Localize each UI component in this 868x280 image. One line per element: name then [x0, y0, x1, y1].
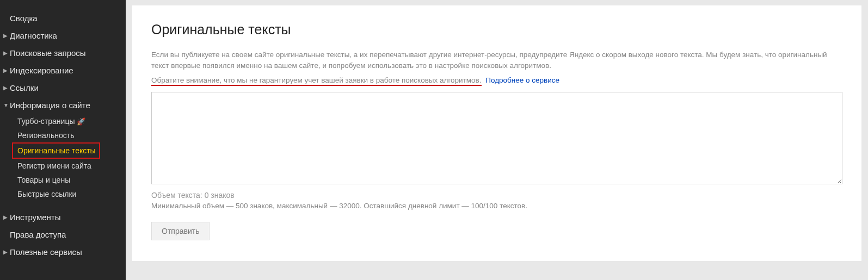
sidebar-sub-original-texts[interactable]: Оригинальные тексты: [12, 142, 100, 159]
notice-link[interactable]: Подробнее о сервисе: [485, 76, 559, 84]
main-area: Оригинальные тексты Если вы публикуете н…: [126, 0, 868, 280]
sidebar-item-summary[interactable]: ▶ Сводка: [0, 10, 126, 27]
sidebar-sub-label: Оригинальные тексты: [17, 146, 96, 155]
sidebar-item-label: Диагностика: [10, 31, 57, 41]
chevron-right-icon: ▶: [3, 67, 9, 74]
sidebar-item-access-rights[interactable]: ▶ Права доступа: [0, 226, 126, 244]
sidebar-sub-label: Региональность: [17, 131, 74, 140]
text-limits: Минимальный объем — 500 знаков, максимал…: [151, 202, 842, 210]
notice-row: Обратите внимание, что мы не гарантируем…: [151, 76, 842, 84]
submit-button[interactable]: Отправить: [151, 222, 210, 240]
chevron-right-icon: ▶: [3, 214, 9, 221]
sidebar-item-label: Индексирование: [10, 66, 73, 76]
sidebar-item-site-info[interactable]: ▼ Информация о сайте: [0, 97, 126, 114]
sidebar-item-label: Ссылки: [10, 83, 39, 93]
chevron-right-icon: ▶: [3, 85, 9, 91]
rocket-icon: 🚀: [77, 117, 85, 126]
chevron-right-icon: ▶: [3, 249, 9, 256]
intro-text: Если вы публикуете на своем сайте оригин…: [151, 49, 842, 71]
sidebar-item-label: Инструменты: [10, 213, 61, 222]
sidebar-sub-label: Турбо-страницы: [17, 117, 75, 126]
sidebar-item-useful-services[interactable]: ▶ Полезные сервисы: [0, 244, 126, 261]
text-counter: Объем текста: 0 знаков: [151, 191, 842, 200]
sidebar-item-links[interactable]: ▶ Ссылки: [0, 79, 126, 97]
sidebar-item-label: Полезные сервисы: [10, 247, 82, 257]
page-card: Оригинальные тексты Если вы публикуете н…: [132, 5, 861, 261]
sidebar-sub-site-name-case[interactable]: Регистр имени сайта: [15, 159, 126, 173]
sidebar-sub-products-prices[interactable]: Товары и цены: [15, 173, 126, 187]
sidebar-item-label: Сводка: [10, 14, 38, 23]
sidebar-item-label: Права доступа: [10, 230, 66, 240]
sidebar-item-search-queries[interactable]: ▶ Поисковые запросы: [0, 45, 126, 62]
sidebar-item-diagnostics[interactable]: ▶ Диагностика: [0, 27, 126, 45]
sidebar-sub-label: Быстрые ссылки: [17, 190, 76, 198]
sidebar-sub-label: Товары и цены: [17, 176, 70, 184]
chevron-right-icon: ▶: [3, 33, 9, 39]
chevron-right-icon: ▶: [3, 50, 9, 57]
notice-text: Обратите внимание, что мы не гарантируем…: [151, 76, 482, 86]
sidebar-item-label: Поисковые запросы: [10, 48, 86, 58]
sidebar: ▶ Сводка ▶ Диагностика ▶ Поисковые запро…: [0, 0, 126, 280]
sidebar-sublist-site-info: Турбо-страницы 🚀 Региональность Оригинал…: [0, 114, 126, 201]
sidebar-sub-turbo-pages[interactable]: Турбо-страницы 🚀: [15, 114, 126, 128]
original-text-input[interactable]: [151, 92, 842, 184]
sidebar-item-label: Информация о сайте: [10, 101, 90, 110]
sidebar-sub-quick-links[interactable]: Быстрые ссылки: [15, 187, 126, 201]
sidebar-item-tools[interactable]: ▶ Инструменты: [0, 209, 126, 226]
chevron-down-icon: ▼: [3, 102, 9, 109]
sidebar-item-indexing[interactable]: ▶ Индексирование: [0, 62, 126, 79]
page-title: Оригинальные тексты: [151, 22, 842, 38]
sidebar-sub-label: Регистр имени сайта: [17, 161, 91, 170]
sidebar-sub-regionality[interactable]: Региональность: [15, 128, 126, 142]
